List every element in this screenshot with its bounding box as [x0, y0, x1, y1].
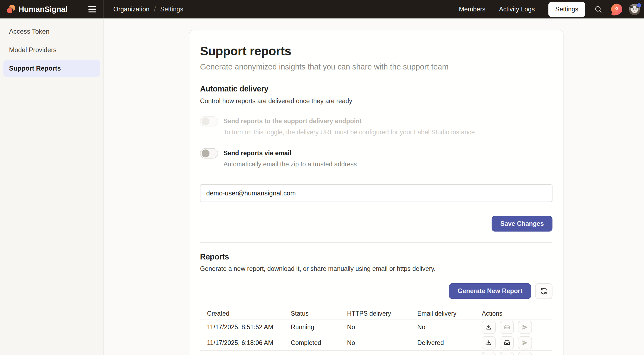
nav-members[interactable]: Members: [459, 5, 485, 13]
nav-settings-active[interactable]: Settings: [548, 1, 585, 17]
col-created: Created: [207, 310, 291, 317]
brand-name: HumanSignal: [18, 5, 67, 14]
generate-new-report-button[interactable]: Generate New Report: [449, 283, 531, 299]
col-actions: Actions: [482, 310, 553, 317]
reports-actions-row: Generate New Report: [200, 283, 553, 299]
search-button[interactable]: [594, 5, 603, 14]
refresh-icon: [540, 287, 547, 295]
cell-actions: [482, 336, 553, 349]
search-icon: [594, 5, 603, 14]
endpoint-toggle-label: Send reports to the support delivery end…: [223, 116, 475, 125]
email-delivery-toggle[interactable]: [200, 148, 218, 159]
email-toggle-row: Send reports via email Automatically ema…: [200, 148, 553, 168]
cell-actions: [482, 352, 553, 355]
section-divider: [200, 242, 553, 243]
table-header: Created Status HTTPS delivery Email deli…: [200, 308, 553, 319]
download-icon: [485, 324, 492, 330]
save-row: Save Changes: [200, 216, 553, 232]
cell-created: 11/17/2025, 8:51:52 AM: [207, 323, 291, 331]
cell-https-delivery: No: [347, 339, 417, 346]
endpoint-toggle-description: To turn on this toggle, the delivery URL…: [223, 129, 475, 136]
send-report-button[interactable]: [518, 321, 532, 334]
cell-email-delivery: Delivered: [417, 339, 482, 346]
user-avatar[interactable]: [629, 4, 640, 15]
reports-heading: Reports: [200, 252, 553, 261]
col-email-delivery: Email delivery: [417, 310, 482, 317]
menu-icon[interactable]: [87, 5, 97, 14]
endpoint-delivery-toggle[interactable]: [200, 116, 218, 126]
notification-dot: [637, 3, 641, 7]
cell-status: Completed: [291, 339, 347, 346]
cell-https-delivery: No: [347, 323, 417, 331]
endpoint-toggle-row: Send reports to the support delivery end…: [200, 116, 553, 136]
topbar-brand-section: HumanSignal: [0, 0, 104, 18]
app-body: Access Token Model Providers Support Rep…: [0, 18, 644, 355]
main-content: Support reports Generate anonymized insi…: [104, 18, 644, 355]
email-report-button[interactable]: [500, 321, 514, 334]
support-reports-card: Support reports Generate anonymized insi…: [189, 30, 564, 355]
email-report-button[interactable]: [500, 336, 514, 349]
email-toggle-description: Automatically email the zip to a trusted…: [223, 161, 357, 168]
download-report-button[interactable]: [482, 336, 496, 349]
inbox-icon: [503, 324, 510, 331]
help-question-icon: ?: [615, 6, 619, 13]
col-status: Status: [291, 310, 347, 317]
cell-created: 11/17/2025, 6:18:06 AM: [207, 339, 291, 346]
table-row: 11/17/2025, 6:16:02 AM Completed No No: [200, 351, 553, 355]
table-row: 11/17/2025, 6:18:06 AM Completed No Deli…: [200, 335, 553, 350]
automatic-delivery-heading: Automatic delivery: [200, 85, 553, 94]
automatic-delivery-description: Control how reports are delivered once t…: [200, 97, 553, 105]
sidebar-item-model-providers[interactable]: Model Providers: [3, 42, 100, 58]
breadcrumb-separator: /: [154, 5, 156, 13]
breadcrumb-settings[interactable]: Settings: [160, 5, 183, 13]
inbox-icon: [503, 339, 510, 346]
download-icon: [485, 339, 492, 346]
cell-actions: [482, 321, 553, 334]
reports-description: Generate a new report, download it, or s…: [200, 265, 553, 272]
send-report-button[interactable]: [518, 352, 532, 355]
table-row: 11/17/2025, 8:51:52 AM Running No No: [200, 319, 553, 335]
topbar: HumanSignal Organization / Settings Memb…: [0, 0, 644, 18]
save-changes-button[interactable]: Save Changes: [492, 216, 553, 232]
help-button[interactable]: ?: [611, 4, 622, 15]
download-report-button[interactable]: [482, 321, 496, 334]
trusted-email-input[interactable]: [200, 184, 553, 202]
topbar-actions: Members Activity Logs Settings ?: [459, 0, 644, 18]
sidebar-item-access-token[interactable]: Access Token: [3, 23, 100, 40]
toggle-knob: [202, 118, 210, 125]
send-icon: [522, 339, 528, 346]
email-toggle-label: Send reports via email: [223, 148, 357, 157]
cell-status: Running: [291, 323, 347, 331]
breadcrumb-organization[interactable]: Organization: [113, 5, 150, 13]
screen: HumanSignal Organization / Settings Memb…: [0, 0, 644, 355]
page-title: Support reports: [200, 44, 553, 58]
refresh-button[interactable]: [535, 283, 553, 299]
email-report-button[interactable]: [500, 352, 514, 355]
send-report-button[interactable]: [518, 336, 532, 349]
settings-sidebar: Access Token Model Providers Support Rep…: [0, 18, 104, 355]
sidebar-item-support-reports[interactable]: Support Reports: [3, 60, 100, 77]
col-https-delivery: HTTPS delivery: [347, 310, 417, 317]
cell-email-delivery: No: [417, 323, 482, 331]
send-icon: [522, 324, 528, 330]
reports-table: Created Status HTTPS delivery Email deli…: [200, 308, 553, 355]
humansignal-logo-icon: [6, 5, 16, 14]
breadcrumb: Organization / Settings: [104, 0, 183, 18]
brand[interactable]: HumanSignal: [6, 5, 68, 14]
download-report-button[interactable]: [482, 352, 496, 355]
toggle-knob: [202, 150, 210, 157]
page-subtitle: Generate anonymized insights that you ca…: [200, 62, 553, 71]
nav-activity-logs[interactable]: Activity Logs: [499, 5, 535, 13]
